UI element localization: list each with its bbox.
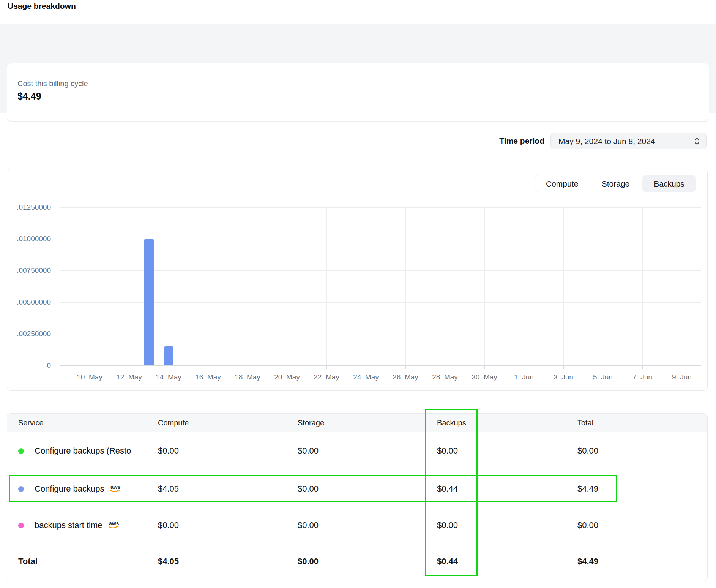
- gridline: [169, 207, 169, 365]
- gridline: [405, 207, 406, 365]
- series-dot-blue: [18, 486, 24, 492]
- table-row: backups start time aws $0.00 $0.00 $0.00…: [7, 507, 707, 544]
- gridline: [642, 207, 643, 365]
- x-tick-label: 7. Jun: [620, 373, 665, 381]
- gridline: [60, 239, 701, 239]
- tab-backups[interactable]: Backups: [642, 175, 696, 192]
- chart-metric-tabs: Compute Storage Backups: [535, 175, 696, 192]
- axis-tick: [563, 365, 564, 369]
- aws-logo-icon: aws: [107, 520, 120, 530]
- gridline: [248, 207, 248, 365]
- column-header-service: Service: [18, 414, 44, 432]
- gridline: [326, 207, 327, 365]
- gridline: [60, 207, 701, 208]
- column-header-backups: Backups: [437, 414, 466, 432]
- tab-compute[interactable]: Compute: [535, 175, 589, 192]
- axis-tick: [682, 365, 682, 369]
- x-tick-label: 5. Jun: [580, 373, 626, 381]
- axis-tick: [445, 365, 445, 369]
- x-tick-label: 12. May: [106, 373, 152, 381]
- backups-value: $0.44: [437, 471, 458, 507]
- billing-cycle-amount: $4.49: [17, 91, 41, 102]
- gridline: [603, 207, 603, 365]
- gridline: [445, 207, 445, 365]
- axis-tick: [484, 365, 485, 369]
- chart-bar[interactable]: [144, 239, 154, 365]
- y-tick-label: .00750000: [7, 266, 51, 275]
- total-total-value: $4.49: [577, 543, 598, 580]
- backups-value: $0.00: [437, 507, 458, 544]
- storage-value: $0.00: [298, 507, 319, 544]
- total-value: $0.00: [577, 507, 598, 544]
- y-tick-label: .00500000: [7, 298, 51, 307]
- tab-storage[interactable]: Storage: [589, 175, 642, 192]
- chevron-up-down-icon: [694, 137, 700, 145]
- column-header-total: Total: [577, 414, 593, 432]
- axis-tick: [169, 365, 169, 369]
- page-title: Usage breakdown: [8, 2, 76, 11]
- axis-tick: [642, 365, 643, 369]
- total-storage-value: $0.00: [298, 543, 319, 580]
- plot-edge-line: [60, 207, 60, 365]
- chart-plot-area: [60, 207, 701, 365]
- axis-tick: [366, 365, 366, 369]
- table-header-row: Service Compute Storage Backups Total: [7, 414, 707, 432]
- usage-chart-panel: Compute Storage Backups .01250000.010000…: [7, 169, 708, 391]
- time-period-label: Time period: [493, 136, 544, 145]
- gridline: [484, 207, 485, 365]
- chart-bar[interactable]: [164, 346, 173, 365]
- axis-tick: [287, 365, 287, 369]
- aws-logo-icon: aws: [109, 484, 122, 494]
- axis-tick: [603, 365, 603, 369]
- billing-cycle-card: Cost this billing cycle $4.49: [7, 63, 709, 122]
- billing-cycle-label: Cost this billing cycle: [17, 79, 88, 88]
- total-value: $4.49: [577, 471, 598, 507]
- summary-band: Cost this billing cycle $4.49: [0, 24, 716, 113]
- gridline: [682, 207, 682, 365]
- series-dot-green: [18, 448, 24, 454]
- table-row: Configure backups (Resto $0.00 $0.00 $0.…: [7, 433, 707, 469]
- service-name: Configure backups: [35, 484, 104, 494]
- gridline: [563, 207, 564, 365]
- x-tick-label: 26. May: [383, 373, 428, 381]
- total-compute-value: $4.05: [158, 543, 179, 580]
- table-total-row: Total $4.05 $0.00 $0.44 $4.49: [7, 543, 707, 580]
- y-tick-label: .01000000: [7, 235, 51, 243]
- series-dot-pink: [18, 523, 24, 528]
- gridline: [208, 207, 208, 365]
- axis-tick: [248, 365, 248, 369]
- gridline: [366, 207, 366, 365]
- axis-tick: [208, 365, 208, 369]
- svg-text:aws: aws: [110, 484, 121, 490]
- compute-value: $0.00: [158, 433, 179, 469]
- x-tick-label: 14. May: [146, 373, 191, 381]
- axis-tick: [90, 365, 90, 369]
- storage-value: $0.00: [298, 433, 319, 469]
- x-tick-label: 9. Jun: [659, 373, 705, 381]
- x-tick-label: 3. Jun: [541, 373, 586, 381]
- gridline: [60, 302, 701, 303]
- axis-tick: [326, 365, 327, 369]
- gridline: [60, 270, 701, 271]
- service-name: Configure backups (Resto: [35, 446, 131, 456]
- x-tick-label: 22. May: [304, 373, 349, 381]
- x-tick-label: 16. May: [185, 373, 231, 381]
- gridline: [90, 207, 90, 365]
- storage-value: $0.00: [298, 471, 319, 507]
- x-tick-label: 20. May: [264, 373, 310, 381]
- x-tick-label: 30. May: [462, 373, 507, 381]
- usage-table: Service Compute Storage Backups Total Co…: [7, 413, 708, 581]
- y-tick-label: .01250000: [7, 203, 51, 212]
- axis-tick: [129, 365, 129, 369]
- column-header-compute: Compute: [158, 414, 189, 432]
- plot-edge-line: [701, 207, 701, 365]
- x-tick-label: 18. May: [225, 373, 270, 381]
- time-period-dropdown[interactable]: May 9, 2024 to Jun 8, 2024: [550, 133, 707, 149]
- gridline: [60, 334, 701, 334]
- y-tick-label: 0: [7, 361, 51, 370]
- y-tick-label: .00250000: [7, 330, 51, 338]
- svg-text:aws: aws: [109, 520, 119, 526]
- x-tick-label: 10. May: [67, 373, 112, 381]
- total-row-label: Total: [18, 556, 38, 566]
- table-row: Configure backups aws $4.05 $0.00 $0.44 …: [7, 471, 707, 507]
